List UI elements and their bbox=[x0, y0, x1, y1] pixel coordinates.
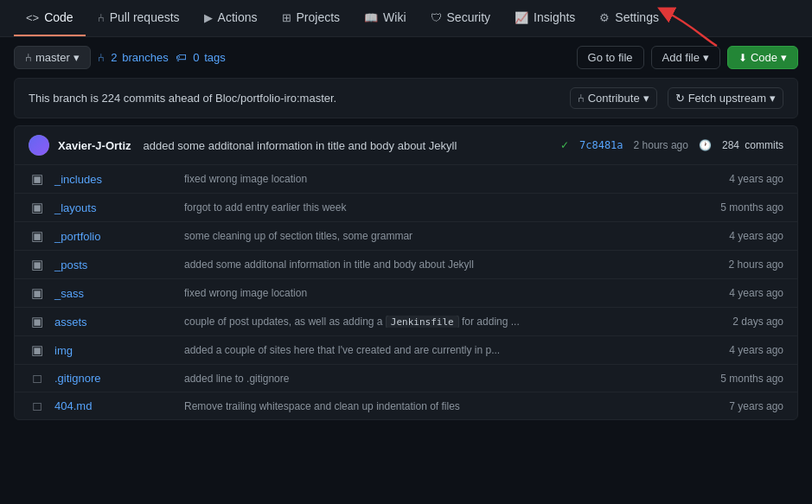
branches-link[interactable]: ⑃ 2 branches bbox=[98, 51, 169, 64]
file-icon: □ bbox=[29, 399, 46, 413]
commit-hash[interactable]: 7c8481a bbox=[579, 139, 623, 151]
file-time: 5 months ago bbox=[706, 201, 783, 214]
commit-text: added a couple of sites here that I've c… bbox=[184, 344, 500, 356]
projects-icon: ⊞ bbox=[282, 11, 291, 24]
folder-icon: ▣ bbox=[29, 342, 46, 358]
add-file-button[interactable]: Add file ▾ bbox=[651, 46, 720, 69]
nav-security[interactable]: 🛡 Security bbox=[419, 0, 503, 36]
clock-icon: 🕐 bbox=[699, 139, 712, 151]
file-name-link[interactable]: _portfolio bbox=[54, 230, 176, 243]
file-icon: □ bbox=[29, 371, 46, 386]
code-button[interactable]: ⬇ Code ▾ bbox=[727, 46, 798, 69]
nav-settings[interactable]: ⚙ Settings bbox=[587, 0, 671, 36]
file-commit-message: fixed wrong image location bbox=[184, 173, 697, 185]
commit-author[interactable]: Xavier-J-Ortiz bbox=[58, 139, 131, 152]
file-commit-message: couple of post updates, as well as addin… bbox=[184, 316, 697, 328]
file-commit-message: some cleaning up of section titles, some… bbox=[184, 230, 697, 242]
file-name-link[interactable]: .gitignore bbox=[54, 372, 176, 385]
nav-projects[interactable]: ⊞ Projects bbox=[270, 0, 353, 36]
folder-icon: ▣ bbox=[29, 314, 46, 329]
table-row: ▣ _sass fixed wrong image location 4 yea… bbox=[15, 279, 797, 308]
file-name-link[interactable]: img bbox=[54, 344, 176, 357]
pr-icon: ⑃ bbox=[98, 11, 105, 24]
folder-icon: ▣ bbox=[29, 228, 46, 244]
table-row: ▣ _includes fixed wrong image location 4… bbox=[15, 165, 797, 194]
go-to-file-button[interactable]: Go to file bbox=[577, 46, 644, 69]
file-name-link[interactable]: _posts bbox=[54, 258, 176, 271]
file-time: 4 years ago bbox=[706, 344, 783, 356]
table-row: ▣ img added a couple of sites here that … bbox=[15, 336, 797, 365]
tags-link[interactable]: 🏷 0 tags bbox=[176, 51, 226, 64]
folder-icon: ▣ bbox=[29, 285, 46, 301]
table-row: ▣ _portfolio some cleaning up of section… bbox=[15, 222, 797, 251]
chevron-down-icon: ▾ bbox=[781, 51, 787, 64]
folder-icon: ▣ bbox=[29, 200, 46, 215]
chevron-down-icon: ▾ bbox=[770, 92, 776, 105]
branch-bar: ⑃ master ▾ ⑃ 2 branches 🏷 0 tags Go to f… bbox=[0, 37, 812, 78]
jenkinsfile-badge: Jenkinsfile bbox=[386, 316, 459, 328]
file-time: 7 years ago bbox=[706, 400, 783, 412]
wiki-icon: 📖 bbox=[364, 11, 378, 24]
commit-time: 2 hours ago bbox=[634, 139, 688, 151]
folder-icon: ▣ bbox=[29, 257, 46, 272]
commit-text: fixed wrong image location bbox=[184, 287, 307, 299]
commit-message: added some additonal information in titl… bbox=[144, 139, 457, 152]
fetch-icon: ↻ bbox=[675, 92, 685, 105]
nav-insights[interactable]: 📈 Insights bbox=[502, 0, 587, 36]
avatar bbox=[29, 135, 49, 156]
branch-left: ⑃ master ▾ ⑃ 2 branches 🏷 0 tags bbox=[14, 46, 226, 69]
branch-count-icon: ⑃ bbox=[98, 51, 105, 64]
file-name-link[interactable]: _includes bbox=[54, 173, 176, 186]
file-name-link[interactable]: assets bbox=[54, 316, 176, 329]
file-time: 4 years ago bbox=[706, 173, 783, 185]
nav-wiki[interactable]: 📖 Wiki bbox=[352, 0, 418, 36]
file-commit-message: added a couple of sites here that I've c… bbox=[184, 344, 697, 356]
avatar-image bbox=[29, 135, 49, 156]
file-commit-message: added some additonal information in titl… bbox=[184, 258, 697, 271]
actions-icon: ▶ bbox=[204, 11, 213, 24]
commit-meta: ✓ 7c8481a 2 hours ago 🕐 284 commits bbox=[560, 139, 783, 151]
nav-pull-requests[interactable]: ⑃ Pull requests bbox=[86, 0, 192, 36]
check-icon: ✓ bbox=[560, 139, 569, 151]
folder-icon: ▣ bbox=[29, 171, 46, 187]
file-name-link[interactable]: 404.md bbox=[54, 399, 176, 412]
nav-code[interactable]: <> Code bbox=[14, 0, 86, 36]
file-time: 4 years ago bbox=[706, 230, 783, 242]
file-commit-message: forgot to add entry earlier this week bbox=[184, 201, 697, 214]
file-commit-message: added line to .gitignore bbox=[184, 373, 697, 385]
branch-icon: ⑃ bbox=[25, 51, 32, 64]
contribute-button[interactable]: ⑃ Contribute ▾ bbox=[570, 87, 657, 109]
commit-banner-actions: ⑃ Contribute ▾ ↻ Fetch upstream ▾ bbox=[570, 87, 783, 109]
insights-icon: 📈 bbox=[515, 11, 528, 24]
nav-actions[interactable]: ▶ Actions bbox=[192, 0, 270, 36]
file-name-link[interactable]: _layouts bbox=[54, 201, 176, 214]
commit-banner-text: This branch is 224 commits ahead of Bloc… bbox=[29, 92, 336, 105]
table-row: ▣ _posts added some additonal informatio… bbox=[15, 251, 797, 279]
tag-icon: 🏷 bbox=[176, 51, 187, 64]
commit-text: couple of post updates, as well as addin… bbox=[184, 316, 520, 328]
chevron-down-icon: ▾ bbox=[703, 51, 709, 64]
file-time: 2 days ago bbox=[706, 316, 783, 328]
file-commit-message: fixed wrong image location bbox=[184, 287, 697, 299]
commit-text: some cleaning up of section titles, some… bbox=[184, 230, 412, 242]
security-icon: 🛡 bbox=[431, 11, 442, 24]
table-row: ▣ assets couple of post updates, as well… bbox=[15, 308, 797, 336]
chevron-down-icon: ▾ bbox=[74, 51, 80, 64]
commit-text: Remove trailing whitespace and clean up … bbox=[184, 400, 460, 412]
fetch-upstream-button[interactable]: ↻ Fetch upstream ▾ bbox=[668, 87, 783, 109]
commit-text: forgot to add entry earlier this week bbox=[184, 201, 346, 214]
chevron-down-icon: ▾ bbox=[643, 92, 649, 105]
latest-commit-row: Xavier-J-Ortiz added some additonal info… bbox=[14, 125, 798, 164]
file-time: 4 years ago bbox=[706, 287, 783, 299]
contribute-icon: ⑃ bbox=[578, 92, 585, 105]
table-row: ▣ _layouts forgot to add entry earlier t… bbox=[15, 194, 797, 222]
top-nav: <> Code ⑃ Pull requests ▶ Actions ⊞ Proj… bbox=[0, 0, 812, 37]
commit-text: fixed wrong image location bbox=[184, 173, 307, 185]
file-name-link[interactable]: _sass bbox=[54, 287, 176, 300]
file-time: 5 months ago bbox=[706, 373, 783, 385]
table-row: □ .gitignore added line to .gitignore 5 … bbox=[15, 365, 797, 392]
branch-selector[interactable]: ⑃ master ▾ bbox=[14, 46, 91, 69]
file-commit-message: Remove trailing whitespace and clean up … bbox=[184, 400, 697, 412]
commit-text: added some additonal information in titl… bbox=[184, 258, 474, 271]
commits-count-link[interactable]: 284 commits bbox=[722, 139, 783, 151]
